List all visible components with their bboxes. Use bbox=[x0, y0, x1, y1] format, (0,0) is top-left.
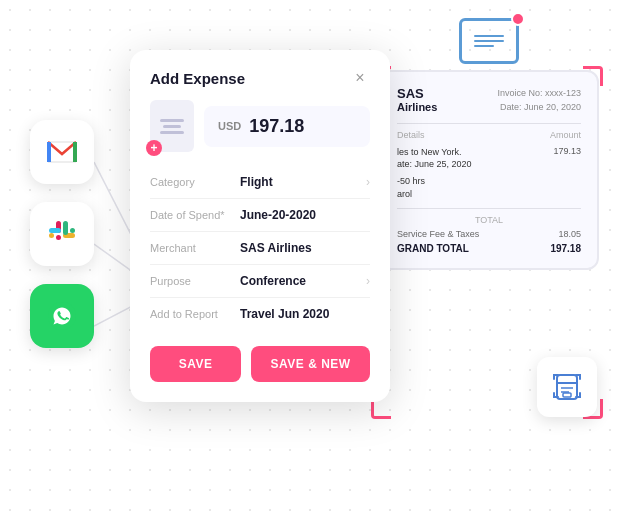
gmail-icon[interactable] bbox=[30, 120, 94, 184]
invoice-grand-value: 197.18 bbox=[550, 243, 581, 254]
svg-rect-5 bbox=[49, 233, 54, 238]
currency-label: USD bbox=[218, 120, 241, 132]
purpose-label: Purpose bbox=[150, 275, 240, 287]
close-button[interactable]: × bbox=[350, 68, 370, 88]
date-value: June-20-2020 bbox=[240, 208, 370, 222]
invoice-company: SAS bbox=[397, 86, 437, 101]
amount-value: 197.18 bbox=[249, 116, 304, 137]
date-row[interactable]: Date of Spend* June-20-2020 bbox=[150, 199, 370, 232]
purpose-arrow: › bbox=[366, 274, 370, 288]
slack-icon[interactable] bbox=[30, 202, 94, 266]
svg-rect-1 bbox=[73, 142, 77, 162]
svg-rect-6 bbox=[49, 228, 61, 233]
invoice-grand-label: GRAND TOTAL bbox=[397, 243, 469, 254]
merchant-label: Merchant bbox=[150, 242, 240, 254]
invoice-row-1-amount: 179.13 bbox=[553, 146, 581, 171]
scan-icon-box[interactable] bbox=[537, 357, 597, 417]
svg-rect-8 bbox=[63, 221, 68, 235]
svg-rect-18 bbox=[563, 393, 571, 397]
app-icons-list bbox=[30, 120, 94, 348]
save-and-new-button[interactable]: SAVE & NEW bbox=[251, 346, 370, 382]
add-expense-modal: Add Expense × + USD 197.18 Category Flig… bbox=[130, 50, 390, 402]
purpose-row[interactable]: Purpose Conference › bbox=[150, 265, 370, 298]
invoice-col-amount: Amount bbox=[550, 130, 581, 140]
svg-rect-3 bbox=[56, 235, 61, 240]
invoice-date: Date: June 20, 2020 bbox=[497, 100, 581, 114]
modal-buttons: SAVE SAVE & NEW bbox=[130, 330, 390, 382]
invoice-panel: SAS Airlines Invoice No: xxxx-123 Date: … bbox=[379, 70, 599, 270]
category-arrow: › bbox=[366, 175, 370, 189]
invoice-row-1-desc: les to New York.ate: June 25, 2020 bbox=[397, 146, 472, 171]
category-value: Flight bbox=[240, 175, 366, 189]
purpose-value: Conference bbox=[240, 274, 366, 288]
invoice-number: Invoice No: xxxx-123 bbox=[497, 86, 581, 100]
category-label: Category bbox=[150, 176, 240, 188]
invoice-service-value: 18.05 bbox=[558, 229, 581, 239]
invoice-sub-company: Airlines bbox=[397, 101, 437, 113]
svg-rect-9 bbox=[70, 228, 75, 233]
report-label: Add to Report bbox=[150, 308, 240, 320]
amount-box: USD 197.18 bbox=[204, 106, 370, 147]
invoice-total-label: TOTAL bbox=[397, 215, 581, 225]
merchant-value: SAS Airlines bbox=[240, 241, 370, 255]
bracket-bottom-left bbox=[371, 399, 391, 419]
receipt-area: + USD 197.18 bbox=[130, 100, 390, 166]
add-receipt-button[interactable]: + bbox=[146, 140, 162, 156]
invoice-service-label: Service Fee & Taxes bbox=[397, 229, 479, 239]
invoice-col-details: Details bbox=[397, 130, 425, 140]
email-icon bbox=[459, 18, 519, 64]
svg-rect-14 bbox=[557, 375, 577, 399]
date-label: Date of Spend* bbox=[150, 209, 240, 221]
svg-rect-0 bbox=[47, 142, 51, 162]
whatsapp-icon[interactable] bbox=[30, 284, 94, 348]
notification-dot bbox=[511, 12, 525, 26]
modal-title: Add Expense bbox=[150, 70, 245, 87]
invoice-row-2-desc: -50 hrsarol bbox=[397, 175, 425, 200]
category-row[interactable]: Category Flight › bbox=[150, 166, 370, 199]
save-button[interactable]: SAVE bbox=[150, 346, 241, 382]
merchant-row[interactable]: Merchant SAS Airlines bbox=[150, 232, 370, 265]
report-value: Travel Jun 2020 bbox=[240, 307, 370, 321]
report-row[interactable]: Add to Report Travel Jun 2020 bbox=[150, 298, 370, 330]
form-fields: Category Flight › Date of Spend* June-20… bbox=[130, 166, 390, 330]
